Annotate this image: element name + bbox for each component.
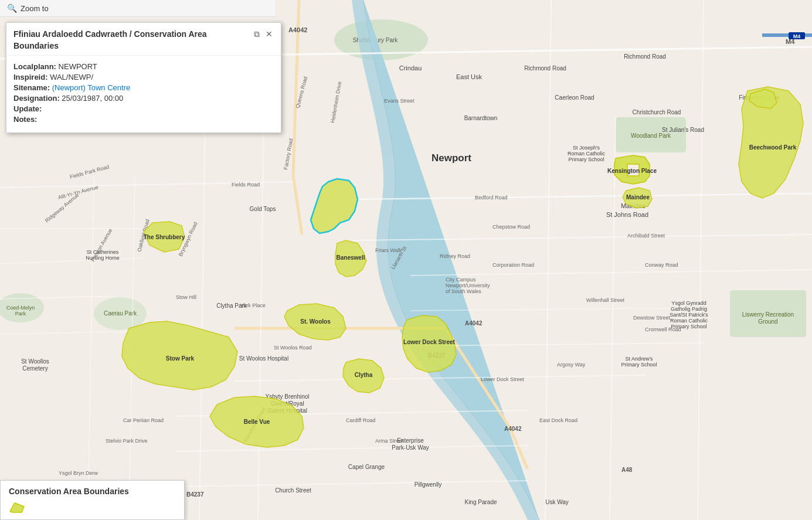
svg-text:Argosy Way: Argosy Way <box>557 362 586 368</box>
svg-text:M4: M4 <box>793 33 801 39</box>
svg-text:Richmond Road: Richmond Road <box>524 65 566 72</box>
svg-text:Nursing Home: Nursing Home <box>86 255 120 261</box>
svg-text:Chepstow Road: Chepstow Road <box>492 224 530 230</box>
localplann-value: NEWPORT <box>59 62 97 71</box>
svg-text:Maindee: Maindee <box>626 194 650 200</box>
field-sitename: Sitename: (Newport) Town Centre <box>13 83 274 92</box>
svg-text:St Woolos Hospital: St Woolos Hospital <box>239 355 288 362</box>
designation-label: Designation: <box>13 94 60 103</box>
svg-text:Woodland Park: Woodland Park <box>631 132 671 139</box>
legend-item <box>9 501 176 514</box>
svg-text:Car Periian Road: Car Periian Road <box>123 417 164 423</box>
legend-title: Conservation Area Boundaries <box>9 487 176 496</box>
svg-text:Primary School: Primary School <box>568 157 604 162</box>
field-designation: Designation: 25/03/1987, 00:00 <box>13 94 274 103</box>
svg-text:Dewstow Street: Dewstow Street <box>633 315 671 321</box>
copy-icon[interactable]: ⧉ <box>253 29 261 39</box>
svg-text:Ysgol Bryn Derw: Ysgol Bryn Derw <box>59 470 98 476</box>
popup-title: Ffiniau Ardaloedd Cadwraeth / Conservati… <box>13 29 248 52</box>
sitename-value: (Newport) Town Centre <box>52 83 130 92</box>
svg-text:Roman Catholic: Roman Catholic <box>568 151 606 157</box>
field-localplann: Localplann: NEWPORT <box>13 62 274 71</box>
svg-text:Capel Grange: Capel Grange <box>348 464 385 470</box>
notes-label: Notes: <box>13 115 37 124</box>
svg-text:A4042: A4042 <box>465 320 483 327</box>
svg-text:Gatholig Padrig: Gatholig Padrig <box>671 306 707 312</box>
svg-text:A4042: A4042 <box>504 426 522 432</box>
svg-marker-136 <box>10 503 24 512</box>
svg-text:Belle Vue: Belle Vue <box>244 419 270 425</box>
svg-text:Church Street: Church Street <box>275 487 311 494</box>
inspireid-label: Inspireid: <box>13 73 48 81</box>
legend-panel: Conservation Area Boundaries <box>0 480 185 520</box>
update-label: Update: <box>13 104 42 113</box>
svg-text:of South Wales: of South Wales <box>446 288 481 294</box>
popup-header: Ffiniau Ardaloedd Cadwraeth / Conservati… <box>6 23 281 56</box>
svg-text:Willenhall Street: Willenhall Street <box>586 297 625 303</box>
svg-text:Barnardtown: Barnardtown <box>464 115 498 121</box>
popup-body: Localplann: NEWPORT Inspireid: WAL/NEWP/… <box>6 56 281 132</box>
svg-text:King Parade: King Parade <box>464 499 497 505</box>
svg-text:Usk Way: Usk Way <box>545 499 569 505</box>
svg-text:St Catherines: St Catherines <box>87 249 119 255</box>
zoom-bar[interactable]: 🔍 Zoom to <box>0 0 276 17</box>
svg-text:Ridney Road: Ridney Road <box>440 253 470 259</box>
svg-text:Pillgwenlly: Pillgwenlly <box>415 481 442 488</box>
legend-polygon-icon <box>9 501 25 514</box>
svg-text:Clytha: Clytha <box>355 372 373 378</box>
field-inspireid: Inspireid: WAL/NEWP/ <box>13 73 274 81</box>
svg-text:Park-Usk Way: Park-Usk Way <box>392 444 429 451</box>
svg-text:B4237: B4237 <box>186 491 204 498</box>
svg-text:Crindau: Crindau <box>399 64 422 72</box>
svg-text:St Woolos Road: St Woolos Road <box>274 345 312 351</box>
svg-text:Fields Road: Fields Road <box>232 182 260 188</box>
svg-text:The Shrubbery: The Shrubbery <box>144 234 185 240</box>
designation-value: 25/03/1987, 00:00 <box>62 94 123 103</box>
svg-text:Caerleon Road: Caerleon Road <box>555 94 594 101</box>
svg-text:Lower Dock Street: Lower Dock Street <box>403 339 455 345</box>
svg-text:Lower Dock Street: Lower Dock Street <box>481 376 525 382</box>
svg-text:Stow Hill: Stow Hill <box>176 294 196 300</box>
map-container[interactable]: Shaftesbury Park Woodland Park Liswerry … <box>0 0 812 520</box>
field-notes: Notes: <box>13 115 274 124</box>
localplann-label: Localplann: <box>13 62 56 71</box>
svg-text:St Joseph's: St Joseph's <box>573 145 600 151</box>
zoom-icon: 🔍 <box>7 4 17 13</box>
svg-text:Conway Road: Conway Road <box>645 262 678 268</box>
svg-text:City Campus: City Campus <box>446 277 476 283</box>
svg-text:Gold Tops: Gold Tops <box>250 206 276 212</box>
svg-text:St. Woolos: St. Woolos <box>300 318 331 325</box>
svg-text:Ysgol Gynradd: Ysgol Gynradd <box>671 300 706 306</box>
svg-text:St Julian's Road: St Julian's Road <box>662 127 704 133</box>
svg-text:St Andrew's: St Andrew's <box>625 356 653 362</box>
svg-text:Kensington Place: Kensington Place <box>607 168 657 174</box>
popup-panel: Ffiniau Ardaloedd Cadwraeth / Conservati… <box>6 22 281 133</box>
sitename-label: Sitename: <box>13 83 50 92</box>
svg-text:Roman Catholic: Roman Catholic <box>670 318 708 324</box>
svg-text:Christchurch Road: Christchurch Road <box>633 109 681 115</box>
svg-text:Park: Park <box>15 311 26 317</box>
svg-text:Corporation Road: Corporation Road <box>492 262 534 268</box>
svg-text:Newport/University: Newport/University <box>446 283 490 288</box>
svg-text:Richmond Road: Richmond Road <box>624 53 666 60</box>
field-update: Update: <box>13 104 274 113</box>
svg-text:Beechwood Park: Beechwood Park <box>749 144 797 151</box>
svg-text:Primary School: Primary School <box>671 324 706 329</box>
svg-text:Primary School: Primary School <box>621 362 657 368</box>
svg-text:Stow Park: Stow Park <box>166 355 195 362</box>
svg-text:Bedford Road: Bedford Road <box>475 195 508 200</box>
svg-text:Cemetery: Cemetery <box>22 365 47 372</box>
svg-text:A4042: A4042 <box>288 26 307 33</box>
svg-text:Enterprise: Enterprise <box>397 437 424 444</box>
inspireid-value: WAL/NEWP/ <box>50 73 93 81</box>
svg-text:Sant/St Patrick's: Sant/St Patrick's <box>670 312 708 318</box>
svg-text:East Usk: East Usk <box>456 73 483 80</box>
svg-text:Cardiff Road: Cardiff Road <box>346 417 375 423</box>
svg-text:A48: A48 <box>621 467 633 473</box>
svg-text:Ground: Ground <box>758 318 777 325</box>
svg-text:Liswerry Recreation: Liswerry Recreation <box>742 311 794 318</box>
close-icon[interactable]: ✕ <box>264 29 274 39</box>
svg-text:St Woollos: St Woollos <box>21 358 49 365</box>
zoom-label: Zoom to <box>21 4 49 13</box>
svg-text:Clytha Park: Clytha Park <box>216 303 247 309</box>
